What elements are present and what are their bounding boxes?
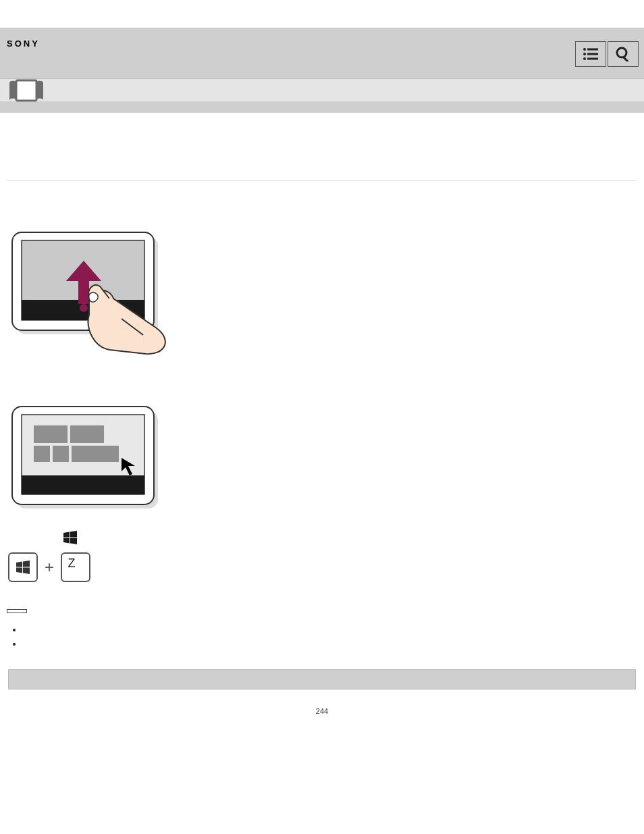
- note-label: [7, 609, 27, 613]
- menu-list-icon: [583, 48, 598, 60]
- sub-header: [0, 79, 644, 102]
- svg-marker-30: [16, 562, 22, 567]
- page-number: 244: [0, 703, 644, 725]
- svg-point-6: [617, 48, 626, 57]
- svg-point-14: [80, 304, 88, 312]
- keyboard-heading-row: [8, 531, 637, 544]
- svg-marker-27: [70, 531, 77, 538]
- windows-key-icon: [16, 561, 30, 574]
- note-item: [23, 625, 637, 635]
- mouse-heading-gap: [7, 375, 637, 396]
- key-combo: + Z: [8, 552, 637, 582]
- svg-marker-32: [16, 568, 22, 573]
- plus-sign: +: [45, 558, 54, 577]
- svg-marker-28: [63, 538, 70, 544]
- touch-swipe-illustration: [8, 228, 637, 355]
- mouse-rightclick-illustration: [8, 402, 637, 511]
- main-content: + Z: [0, 113, 644, 703]
- z-key: Z: [61, 552, 90, 582]
- svg-marker-31: [23, 561, 30, 567]
- windows-icon: [63, 531, 77, 544]
- notes-list: [7, 625, 637, 649]
- grey-band: [0, 102, 644, 113]
- book-icon: [8, 79, 45, 102]
- svg-marker-29: [70, 538, 77, 545]
- note-item: [23, 639, 637, 649]
- svg-rect-8: [16, 80, 36, 101]
- top-margin: [0, 0, 644, 28]
- touch-heading-gap: [7, 201, 637, 221]
- footer-bar: [8, 669, 636, 689]
- svg-rect-21: [34, 446, 50, 462]
- header-actions: [574, 41, 639, 67]
- svg-point-4: [583, 57, 586, 60]
- svg-point-0: [583, 48, 586, 51]
- svg-rect-5: [587, 58, 598, 60]
- svg-rect-1: [587, 49, 598, 51]
- svg-rect-19: [34, 425, 68, 443]
- svg-rect-23: [72, 446, 119, 462]
- divider: [7, 180, 637, 181]
- title-area: [7, 113, 637, 180]
- header-bar: SONY: [0, 28, 644, 79]
- sony-logo: SONY: [7, 38, 40, 49]
- svg-point-2: [583, 53, 586, 55]
- svg-rect-7: [623, 57, 628, 61]
- svg-marker-33: [23, 568, 30, 575]
- svg-marker-26: [63, 532, 70, 538]
- svg-rect-20: [70, 425, 104, 443]
- svg-rect-3: [587, 53, 598, 55]
- manual-icon-wrap[interactable]: [8, 79, 45, 104]
- menu-button[interactable]: [575, 41, 606, 67]
- z-key-label: Z: [68, 556, 76, 571]
- search-icon: [616, 47, 630, 61]
- search-button[interactable]: [608, 41, 639, 67]
- windows-key: [8, 552, 38, 582]
- svg-rect-24: [22, 475, 144, 494]
- svg-rect-22: [53, 446, 69, 462]
